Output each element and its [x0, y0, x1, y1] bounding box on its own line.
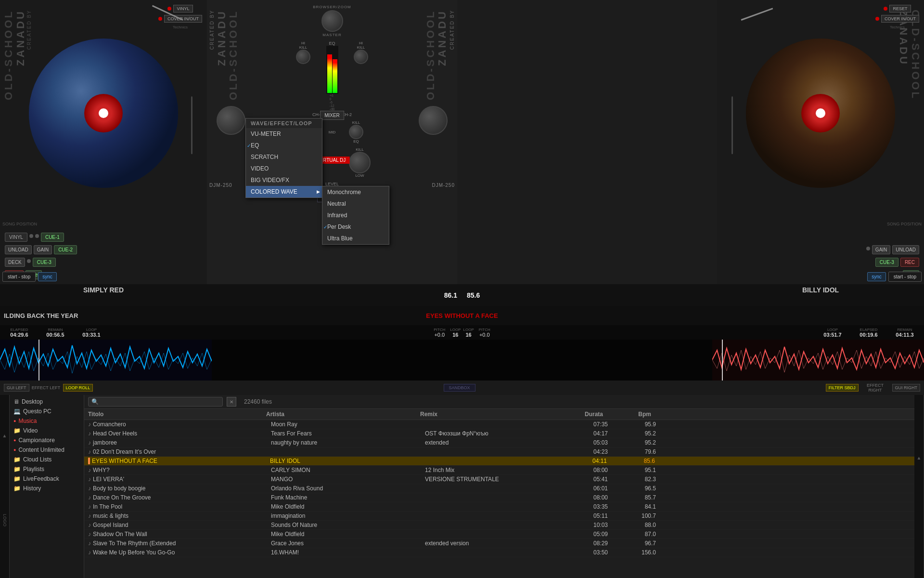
cover-btn-left[interactable]: COVER IN/OUT — [164, 15, 202, 23]
ch2-mid-knob[interactable] — [349, 125, 363, 139]
led-reset-right — [884, 7, 887, 11]
col-bpm-header[interactable]: Bpm — [613, 411, 651, 418]
submenu-infrared[interactable]: Infrared — [322, 210, 389, 221]
deck-label-area-left: VINYL COVER IN/OUT Technics — [158, 5, 202, 29]
col-duration-header[interactable]: Durata — [555, 411, 613, 418]
dropdown-vu-meter[interactable]: VU-METER — [246, 128, 322, 140]
submenu-neutral[interactable]: Neutral — [322, 198, 389, 210]
pitch-slider-right[interactable] — [732, 96, 733, 154]
dropdown-scratch[interactable]: SCRATCH — [246, 151, 322, 163]
table-row[interactable]: ♪ In The Pool Mike Oldfield 03:35 84.1 — [84, 502, 914, 512]
col-title-header[interactable]: Titolo — [88, 411, 266, 418]
questo-pc-label: Questo PC — [23, 408, 51, 415]
filter-sbdj-btn[interactable]: FILTER SBDJ — [826, 384, 859, 392]
table-row[interactable]: ♪ Slave To The Rhythm (Extended Grace Jo… — [84, 539, 914, 548]
browser-zoom-knob[interactable] — [321, 10, 343, 32]
submenu-ultra-blue[interactable]: Ultra Blue — [322, 233, 389, 244]
vinyl-btn-left[interactable]: VINYL — [5, 233, 27, 242]
campionatore-dot: ● — [13, 438, 16, 443]
loop-roll-btn[interactable]: LOOP ROLL — [63, 384, 93, 392]
sync-btn-right[interactable]: sync — [867, 272, 886, 281]
gain-btn-right[interactable]: GAIN — [872, 245, 890, 254]
submenu-per-desk[interactable]: Per Desk — [322, 221, 389, 233]
ch2-hi-knob[interactable] — [354, 50, 368, 64]
led-cover-right — [875, 17, 879, 21]
dropdown-video[interactable]: VIDEO — [246, 163, 322, 174]
table-row[interactable]: ♪ Wake Me Up Before You Go-Go 16.WHAM! 0… — [84, 548, 914, 557]
start-stop-btn-right[interactable]: start - stop — [888, 272, 922, 282]
sidebar-item-content-unlimited[interactable]: ● Content Unlimited — [10, 445, 84, 455]
table-row[interactable]: ♪ 02 Don't Dream It's Over 04:23 79.6 — [84, 447, 914, 457]
kill-label-ch1-hi: KILL — [299, 45, 307, 50]
playhead-right — [722, 340, 723, 381]
scratch-label: SCRATCH — [251, 154, 278, 160]
sidebar-item-history[interactable]: 📁 History — [10, 484, 84, 493]
table-row[interactable]: ♪ Body to body boogie Orlando Riva Sound… — [84, 484, 914, 493]
unload-btn-left[interactable]: UNLOAD — [5, 245, 32, 254]
deck-btn-left[interactable]: DECK — [5, 258, 25, 267]
table-row[interactable]: ♪ jamboree naughty by nature extended 05… — [84, 438, 914, 447]
cue3-btn-left[interactable]: CUE-3 — [33, 258, 56, 267]
gui-right-btn[interactable]: GUI RIGHT — [892, 384, 921, 392]
start-stop-btn-left[interactable]: start - stop — [2, 272, 36, 282]
browser-zoom-label: BROWSER/ZOOM — [313, 5, 351, 9]
file-duration-10: 03:35 — [560, 503, 617, 510]
pitch-slider-left[interactable] — [191, 96, 192, 154]
gain-btn-left[interactable]: GAIN — [34, 245, 52, 254]
gui-left-btn[interactable]: GUI LEFT — [4, 384, 29, 392]
file-title-13: Shadow On The Wall — [93, 531, 271, 538]
table-row[interactable]: ♪ Head Over Heels Tears For Fears OST Фю… — [84, 429, 914, 438]
sidebar-item-playlists[interactable]: 📁 Playlists — [10, 464, 84, 474]
search-box[interactable]: 🔍 — [88, 397, 223, 407]
cover-btn-right[interactable]: COVER IN/OUT — [881, 15, 919, 23]
cue2-btn-left[interactable]: CUE-2 — [54, 245, 77, 254]
dropdown-colored-wave[interactable]: COLORED WAVE Monochrome Neutral Infrared… — [246, 186, 322, 197]
col-artist-header[interactable]: Artista — [266, 411, 420, 418]
dropdown-eq[interactable]: EQ — [246, 140, 322, 151]
cue1-btn-left[interactable]: CUE-1 — [41, 233, 64, 242]
dropdown-big-video[interactable]: BIG VIDEO/FX — [246, 174, 322, 186]
table-row[interactable]: ♪ Comanchero Moon Ray 07:35 95.9 — [84, 420, 914, 429]
mixer-popup-trigger[interactable]: MIXER — [320, 111, 344, 120]
old-school-mixer-right: OLD-SCHOOL — [424, 10, 437, 100]
large-knob-right[interactable] — [419, 106, 448, 135]
zanadu-mixer-right: ZANADU — [436, 10, 449, 66]
table-row[interactable]: ♪ Shadow On The Wall Mike Oldfield 05:09… — [84, 530, 914, 539]
file-note: ♪ — [88, 503, 91, 510]
sidebar-item-desktop[interactable]: 🖥 Desktop — [10, 397, 84, 407]
center-timing: PITCH +0.0 LOOP 16 LOOP 16 PITCH +0.0 — [209, 328, 715, 338]
search-input[interactable] — [101, 398, 216, 405]
loop-center-label: LOOP — [450, 328, 461, 332]
scroll-up-right[interactable]: ▲ — [917, 455, 922, 460]
ch2-low-knob[interactable] — [349, 152, 371, 173]
sidebar-item-questo-pc[interactable]: 💻 Questo PC — [10, 407, 84, 416]
right-title-display: EYES WITHOUT A FACE — [207, 312, 717, 319]
table-row[interactable]: ♪ Dance On The Groove Funk Machine 08:00… — [84, 493, 914, 502]
cue3-btn-right[interactable]: CUE-3 — [875, 258, 898, 267]
sidebar-item-live-feedback[interactable]: 📁 LiveFeedback — [10, 474, 84, 484]
sidebar-item-campionatore[interactable]: ● Campionatore — [10, 435, 84, 445]
table-row[interactable]: ♪ LEI VERRA' MANGO VERSIONE STRUMENTALE … — [84, 475, 914, 484]
table-row-active[interactable]: EYES WITHOUT A FACE BILLY IDOL 04:11 85.… — [84, 457, 914, 466]
table-row[interactable]: ♪ music & lights immagination 05:11 100.… — [84, 512, 914, 521]
file-list: ♪ Comanchero Moon Ray 07:35 95.9 ♪ Head … — [84, 420, 914, 578]
sidebar-item-video[interactable]: 📁 Video — [10, 426, 84, 435]
ch1-hi-knob[interactable] — [296, 50, 310, 64]
col-remix-header[interactable]: Remix — [420, 411, 555, 418]
rec-btn-right[interactable]: REC — [900, 258, 919, 267]
elapsed-value-left: 04:29.6 — [10, 332, 28, 338]
table-row[interactable]: ♪ Gospel Island Sounds Of Nature 10:03 8… — [84, 521, 914, 530]
large-knob-left[interactable] — [217, 106, 245, 135]
scroll-up-left[interactable]: ▲ — [2, 433, 7, 438]
sync-btn-left[interactable]: sync — [38, 272, 57, 281]
submenu-monochrome[interactable]: Monochrome — [322, 186, 389, 198]
file-artist-3: naughty by nature — [271, 439, 425, 446]
live-feedback-label: LiveFeedback — [23, 475, 59, 482]
reset-btn-left[interactable]: VINYL — [173, 5, 192, 13]
table-row[interactable]: ♪ WHY? CARLY SIMON 12 Inch Mix 08:00 95.… — [84, 466, 914, 475]
sidebar-item-musica[interactable]: ● Musica — [10, 416, 84, 426]
sidebar-item-cloud-lists[interactable]: 📁 Cloud Lists — [10, 455, 84, 464]
unload-btn-right[interactable]: UNLOAD — [892, 245, 919, 254]
search-clear-btn[interactable]: ✕ — [227, 397, 236, 407]
reset-btn-right[interactable]: RESET — [889, 5, 911, 13]
